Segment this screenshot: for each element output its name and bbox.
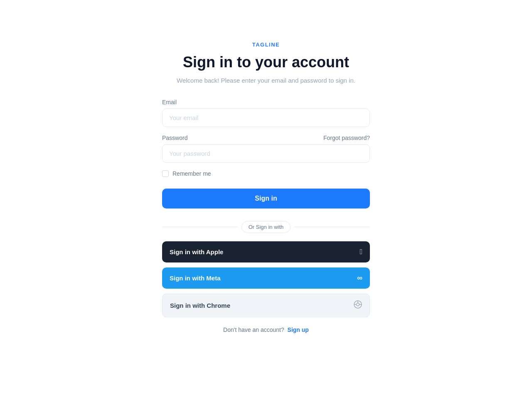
meta-icon: ∞ (357, 274, 362, 282)
password-field-group: Password Forgot password? (162, 135, 370, 163)
remember-me-label: Remember me (172, 170, 211, 177)
apple-icon:  (360, 248, 362, 256)
sign-in-meta-button[interactable]: Sign in with Meta ∞ (162, 267, 370, 289)
chrome-button-label: Sign in with Chrome (170, 302, 230, 309)
meta-button-label: Sign in with Meta (170, 275, 221, 282)
remember-me-row: Remember me (162, 170, 370, 177)
divider-text: Or Sign in with (241, 221, 291, 233)
subtitle: Welcome back! Please enter your email an… (177, 77, 355, 84)
sign-in-button[interactable]: Sign in (162, 189, 370, 208)
svg-point-1 (357, 303, 360, 306)
password-label: Password (162, 135, 187, 141)
divider-line-right (294, 227, 370, 227)
email-input[interactable] (162, 108, 370, 127)
apple-button-label: Sign in with Apple (170, 248, 223, 255)
forgot-password-link[interactable]: Forgot password? (323, 135, 370, 141)
email-label-row: Email (162, 99, 370, 105)
sign-in-apple-button[interactable]: Sign in with Apple  (162, 241, 370, 262)
password-input[interactable] (162, 144, 370, 163)
sign-in-form: Email Password Forgot password? Remember… (162, 99, 370, 322)
page-container: TAGLINE Sign in to your account Welcome … (162, 42, 370, 333)
sign-in-chrome-button[interactable]: Sign in with Chrome (162, 294, 370, 317)
page-title: Sign in to your account (183, 54, 349, 71)
password-label-row: Password Forgot password? (162, 135, 370, 141)
chrome-icon (354, 300, 362, 311)
email-label: Email (162, 99, 177, 105)
signup-link[interactable]: Sign up (288, 326, 309, 333)
tagline: TAGLINE (252, 42, 280, 48)
email-field-group: Email (162, 99, 370, 127)
no-account-text: Don't have an account? Sign up (223, 326, 309, 333)
divider: Or Sign in with (162, 221, 370, 233)
divider-line-left (162, 227, 238, 227)
remember-me-checkbox[interactable] (162, 170, 169, 177)
